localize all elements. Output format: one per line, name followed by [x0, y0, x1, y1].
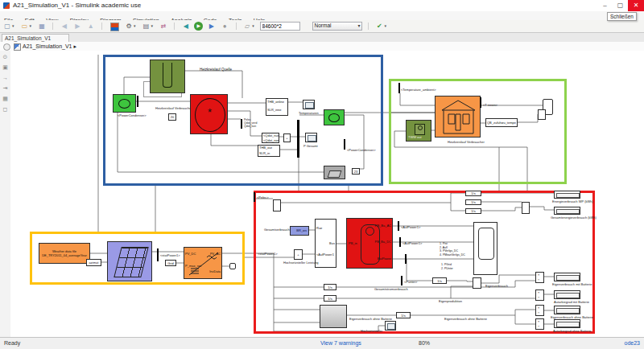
display-block[interactable] [554, 191, 580, 199]
sim-mode-select[interactable]: Normal [312, 22, 362, 31]
bus-signal-list: Pelec Qdot_verd Qdot_kon [244, 118, 257, 128]
bus-selector-bar[interactable] [254, 192, 255, 202]
annotation-icon[interactable]: ▣ [2, 64, 9, 71]
mux-block[interactable] [273, 199, 281, 211]
inverter-block[interactable]: PV_DC P_max_set PV_AC InvData [184, 247, 222, 279]
integrator-block[interactable]: 1/s [465, 191, 481, 196]
weather-file-block[interactable]: Weather data file DE_TRY2011_04_averageY… [39, 243, 90, 264]
maximize-button[interactable]: ▢ [613, 0, 628, 11]
bus-selector-bar[interactable] [398, 221, 399, 231]
memory-3d-block[interactable] [324, 166, 345, 179]
solver-link[interactable]: ode23 [625, 340, 640, 346]
library-browser-icon[interactable] [110, 23, 119, 31]
pv-array-block[interactable] [107, 241, 152, 281]
scope-block-large[interactable] [473, 222, 497, 275]
bus-creator-bar[interactable] [297, 120, 299, 158]
scope-block-small[interactable] [385, 321, 396, 331]
hot-water-radiator-block[interactable]: TWW out [406, 120, 431, 142]
divide-block[interactable]: ×÷ [535, 272, 544, 283]
goto-qb-block[interactable]: QB_zufuhr zu_tempe [485, 118, 518, 127]
bus-selector-bar[interactable] [399, 237, 401, 247]
integrator-block[interactable]: 1/s [324, 284, 336, 290]
bus-selector-bar[interactable] [401, 276, 402, 285]
sum-block[interactable]: + [283, 133, 291, 142]
constant-grid-block[interactable]: Grid [165, 260, 176, 266]
display-block[interactable] [554, 273, 580, 281]
up-to-parent-icon[interactable]: ▲ [86, 22, 96, 31]
scope-block-power[interactable] [305, 133, 317, 142]
bus-creator-bar[interactable] [157, 248, 159, 261]
integrator-block[interactable]: 1/s [396, 312, 411, 318]
new-model-icon[interactable]: ▢ [2, 22, 12, 31]
bus-selector-bar[interactable] [480, 97, 481, 108]
integrator-block[interactable]: 1/s [465, 199, 481, 205]
box-icon[interactable]: ◻ [2, 105, 9, 113]
update-check-icon[interactable]: ✔ [374, 22, 384, 31]
run-icon[interactable]: ▶ [194, 22, 203, 31]
check-caret-icon[interactable]: ▾ [384, 22, 388, 31]
step-forward-icon[interactable]: ▶ [207, 22, 217, 31]
close-button[interactable]: ✕ [628, 0, 644, 11]
pump-block-consumer[interactable] [324, 109, 345, 125]
signal-route-icon[interactable]: → [2, 74, 9, 81]
sum-block[interactable] [522, 202, 530, 214]
sim-stop-time-input[interactable] [260, 22, 300, 31]
zoom-icon[interactable]: ⊙ [2, 53, 9, 60]
explorer-caret-icon[interactable]: ▾ [151, 22, 155, 31]
open-caret-icon[interactable]: ▾ [29, 22, 33, 31]
step-back-icon[interactable]: ◀ [181, 22, 191, 31]
borehole-heat-exchanger-block[interactable] [150, 60, 185, 93]
bus-selector-bar[interactable] [344, 139, 345, 150]
forward-icon[interactable]: ▶ [72, 22, 82, 31]
display-block[interactable] [554, 306, 580, 314]
gear-caret-icon[interactable]: ▾ [134, 22, 138, 31]
warnings-link[interactable]: View 7 warnings [320, 340, 361, 346]
model-settings-gear-icon[interactable]: ⚙ [124, 22, 134, 31]
outport-block[interactable] [538, 109, 546, 120]
back-icon[interactable]: ◀ [60, 22, 69, 31]
selector-qdot-block[interactable]: <Qdot_nutz> <Qdot_nom> [262, 133, 279, 143]
from-block-brws[interactable]: BR_ws [290, 226, 309, 236]
subsystem-own-consumption[interactable] [320, 305, 347, 328]
pump-block-source[interactable] [113, 94, 136, 113]
area-icon[interactable]: ⇥ [2, 84, 9, 92]
building-house-block[interactable] [435, 96, 481, 138]
sum-block[interactable]: + [294, 249, 303, 260]
table-icon[interactable]: ▦ [2, 95, 9, 102]
bus-selector-bar[interactable] [405, 254, 407, 264]
integrator-block[interactable]: 1/s [324, 295, 336, 302]
display-block[interactable] [554, 290, 580, 299]
pacing-caret-icon[interactable]: ▾ [252, 22, 256, 31]
integrator-block[interactable]: 1/s [465, 208, 481, 214]
save-icon[interactable]: ▦ [37, 22, 47, 31]
divide-block[interactable]: ×÷ [535, 318, 544, 330]
constant-azimut-block[interactable]: azimut [86, 259, 101, 266]
model-explorer-icon[interactable]: ▤ [142, 22, 151, 31]
stop-icon[interactable]: ● [220, 22, 229, 31]
minimize-button[interactable]: – [597, 0, 613, 11]
divide-block[interactable]: ×÷ [535, 305, 544, 316]
heat-pump-compressor-block[interactable]: * [190, 94, 228, 134]
pacing-icon[interactable]: ▱ [242, 22, 252, 31]
bus-selector-bar[interactable] [241, 119, 242, 129]
breadcrumb-up-icon[interactable] [3, 43, 10, 51]
subsystem-thb-out[interactable]: THB_out SLR_in [258, 145, 280, 157]
battery-storage-block[interactable]: PB_in PB_Ba_AC PB_Ba_DC BatPower [346, 218, 393, 269]
new-model-caret-icon[interactable]: ▾ [12, 22, 16, 31]
constant-block[interactable]: 23 [352, 168, 360, 174]
display-block[interactable] [554, 207, 580, 215]
refs-icon[interactable]: ⇄ [159, 22, 168, 31]
subsystem-thb-online[interactable]: THB_online SLR_inne [266, 98, 288, 116]
bus-tag: <AufPower1> [401, 226, 420, 230]
bus-selector-bar[interactable] [137, 96, 138, 107]
open-icon[interactable]: ▭ [19, 22, 29, 31]
divide-block[interactable]: ×÷ [535, 289, 544, 301]
scope-block-temperatures[interactable] [303, 100, 315, 109]
integrator-block[interactable]: 1/s [432, 277, 447, 284]
constant-block[interactable]: 20 [168, 113, 176, 121]
min-block[interactable] [473, 277, 481, 289]
bus-selector-bar[interactable] [398, 83, 400, 93]
display-block[interactable] [554, 319, 580, 328]
breadcrumb[interactable]: A21_Simulation_V1 ▸ [23, 43, 76, 50]
outport-block[interactable] [229, 263, 236, 269]
